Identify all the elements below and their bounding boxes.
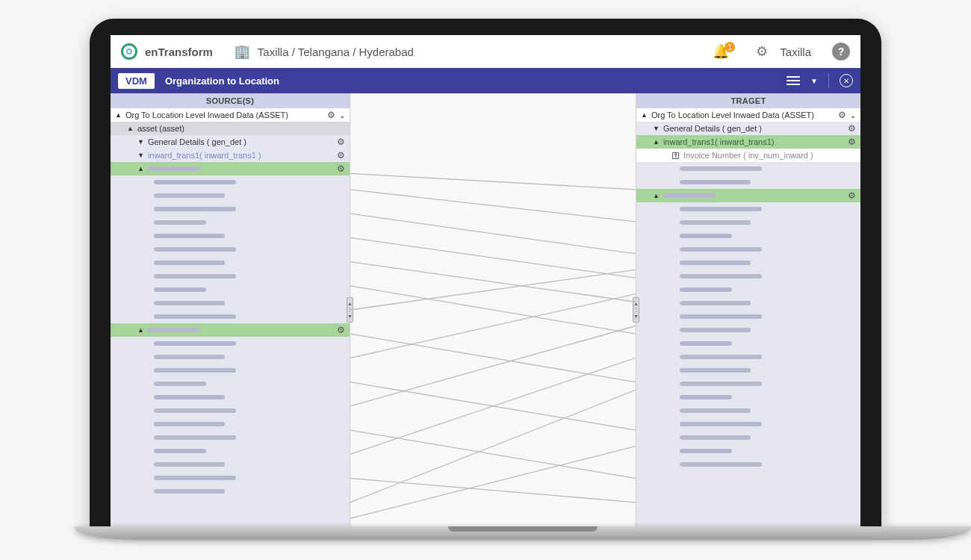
list-item[interactable] [636,350,860,364]
target-gendet-row[interactable]: ▼ General Details ( gen_det ) ⚙ [636,122,860,135]
list-item[interactable] [636,391,860,404]
list-item[interactable] [636,323,860,337]
source-group-1[interactable]: ▲ ⚙ [111,162,350,175]
list-item[interactable] [111,471,350,485]
list-item[interactable] [636,444,860,458]
list-item[interactable] [636,310,860,323]
list-item[interactable] [111,404,350,417]
placeholder [154,301,225,305]
placeholder [154,422,225,426]
list-item[interactable] [111,485,350,498]
list-item[interactable] [636,431,860,444]
gear-icon[interactable]: ⚙ [838,110,846,120]
list-item[interactable] [111,283,350,296]
target-inward-row[interactable]: ▲ inward_trans1( inward_trans1) ⚙ [636,135,860,149]
caret-up-icon[interactable]: ▲ [653,192,660,199]
settings-gear-icon[interactable]: ⚙ [756,43,768,60]
source-tree[interactable]: ▲ Org To Location Level Inwaed Data (ASS… [111,108,350,526]
list-item[interactable] [636,296,860,310]
list-item[interactable] [111,337,350,350]
list-item[interactable] [636,283,860,296]
list-item[interactable] [111,270,350,283]
list-item[interactable] [111,431,350,444]
list-item[interactable] [111,229,350,243]
source-gendet-label: General Details ( gen_det ) [148,137,246,146]
placeholder [680,422,762,426]
list-item[interactable] [111,296,350,310]
list-item[interactable] [111,417,350,431]
mapping-canvas[interactable]: ▲⋮▼ ▲⋮▼ [350,93,636,526]
list-item[interactable] [111,216,350,229]
close-icon[interactable]: ✕ [840,74,853,87]
laptop-notch [448,526,598,532]
list-item[interactable] [111,256,350,270]
chevron-down-icon[interactable]: ⌄ [850,111,856,119]
source-root-row[interactable]: ▲ Org To Location Level Inwaed Data (ASS… [111,108,350,122]
gear-icon[interactable]: ⚙ [337,325,345,335]
list-item[interactable] [636,404,860,417]
caret-down-icon[interactable]: ▼ [653,125,660,132]
list-item[interactable] [111,189,350,202]
source-gendet-row[interactable]: ▼ General Details ( gen_det ) ⚙ [111,135,350,149]
help-icon[interactable]: ? [832,43,850,60]
list-item[interactable] [111,175,350,189]
gear-icon[interactable]: ⚙ [337,164,345,174]
building-icon[interactable]: 🏢 [234,43,250,60]
hamburger-menu-icon[interactable] [787,76,800,85]
list-item[interactable] [636,175,860,189]
gear-icon[interactable]: ⚙ [337,150,345,161]
caret-up-icon[interactable]: ▲ [653,138,660,146]
source-asset-row[interactable]: ▲ asset (asset) [111,122,350,135]
list-item[interactable] [111,243,350,256]
list-item[interactable] [111,391,350,404]
caret-down-icon[interactable]: ▼ [137,152,144,159]
breadcrumb[interactable]: Taxilla / Telangana / Hyderabad [258,46,414,58]
list-item[interactable] [636,270,860,283]
list-item[interactable] [111,377,350,391]
caret-up-icon[interactable]: ▲ [641,111,648,119]
user-name[interactable]: Taxilla [780,46,811,58]
list-item[interactable] [636,458,860,471]
placeholder [680,435,751,440]
gear-icon[interactable]: ⚙ [848,123,856,134]
target-tree[interactable]: ▲ Org To Location Level Inwaed Data (ASS… [636,108,860,526]
source-group-2[interactable]: ▲ ⚙ [111,323,350,337]
list-item[interactable] [636,417,860,431]
target-key-row[interactable]: ⚿ Invoice Number ( inv_num_inward ) [636,149,860,162]
target-root-row[interactable]: ▲ Org To Location Level Inwaed Data (ASS… [636,108,860,122]
list-item[interactable] [111,364,350,377]
list-item[interactable] [111,350,350,364]
caret-up-icon[interactable]: ▲ [127,125,134,132]
gear-icon[interactable]: ⚙ [848,137,856,147]
gear-icon[interactable]: ⚙ [327,110,335,120]
notification-bell-icon[interactable]: 🔔 1 [713,43,729,60]
chevron-down-icon[interactable]: ⌄ [339,111,345,119]
list-item[interactable] [636,229,860,243]
list-item[interactable] [636,162,860,175]
list-item[interactable] [111,444,350,458]
list-item[interactable] [111,202,350,216]
source-panel: SOURCE(S) ▲ Org To Location Level Inwaed… [111,93,350,526]
placeholder [680,314,762,319]
dropdown-caret-icon[interactable]: ▼ [810,77,818,85]
caret-up-icon[interactable]: ▲ [137,165,144,172]
gear-icon[interactable]: ⚙ [337,137,345,147]
list-item[interactable] [636,364,860,377]
vdm-chip[interactable]: VDM [118,73,155,89]
list-item[interactable] [636,256,860,270]
list-item[interactable] [111,458,350,471]
svg-line-14 [350,390,636,502]
gear-icon[interactable]: ⚙ [848,190,856,201]
caret-down-icon[interactable]: ▼ [137,138,144,146]
list-item[interactable] [636,337,860,350]
list-item[interactable] [636,243,860,256]
list-item[interactable] [636,377,860,391]
list-item[interactable] [111,310,350,323]
source-inward-row[interactable]: ▼ inward_trans1( inward_trans1 ) ⚙ [111,149,350,162]
placeholder [680,462,762,467]
caret-up-icon[interactable]: ▲ [115,111,122,119]
list-item[interactable] [636,202,860,216]
target-group-2[interactable]: ▲ ⚙ [636,189,860,202]
caret-up-icon[interactable]: ▲ [137,326,144,334]
list-item[interactable] [636,216,860,229]
